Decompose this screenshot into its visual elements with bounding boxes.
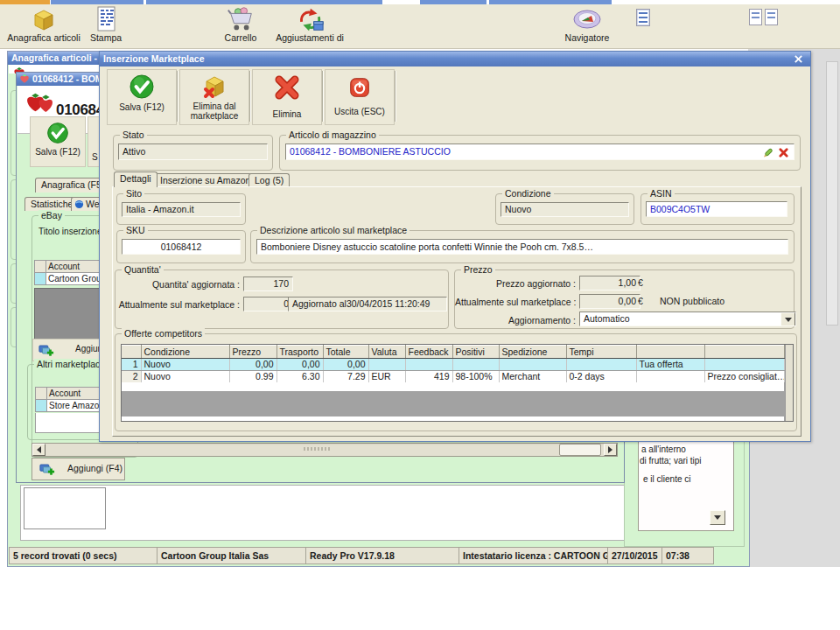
aggiungi-f4-label: Aggiungi (F4) xyxy=(67,463,122,473)
prezzo-marketplace-label: Attualmente sul marketplace : xyxy=(455,297,576,307)
cell-extra1[interactable]: Tua offerta xyxy=(636,359,704,371)
toolbar-item-navigatore[interactable]: Navigatore xyxy=(556,6,618,43)
offerte-row-2[interactable]: 2 Nuovo 0.99 6.30 7.29 EUR 419 98-100% M… xyxy=(122,371,784,383)
vertical-scrollbar-track[interactable] xyxy=(785,345,793,421)
aggiornamento-combo[interactable]: Automatico xyxy=(579,312,796,326)
horizontal-scrollbar[interactable] xyxy=(32,443,618,457)
cell-totale[interactable]: 0,00 xyxy=(323,359,368,371)
cell-valuta[interactable]: EUR xyxy=(368,371,405,383)
dialog-delete-marketplace-button[interactable]: Elimina dal marketplace xyxy=(179,69,249,125)
chevron-down-icon xyxy=(785,318,792,322)
close-button[interactable] xyxy=(791,53,805,65)
cell-condizione[interactable]: Nuovo xyxy=(141,359,229,371)
dialog-titlebar[interactable]: Inserzione Marketplace xyxy=(100,52,810,66)
check-icon xyxy=(46,121,70,145)
col-prezzo: Prezzo xyxy=(229,346,276,359)
cell-tempi[interactable]: 0-2 days xyxy=(566,371,636,383)
quantita-group: Quantita' Quantita' aggiornata : 170 Att… xyxy=(115,270,449,329)
stato-group: Stato Attivo xyxy=(113,135,273,171)
scroll-left-button[interactable] xyxy=(32,444,46,456)
quantita-aggiornata-field[interactable]: 170 xyxy=(243,276,293,291)
toolbar-item-stampa[interactable]: Stampa xyxy=(84,6,128,43)
descrizione-field[interactable]: Bomboniere Disney astuccio scatoline por… xyxy=(256,239,788,255)
cell-prezzo[interactable]: 0,00 xyxy=(229,359,276,371)
mini-grid-icon[interactable] xyxy=(636,9,650,26)
statusbar-date: 27/10/2015 xyxy=(607,547,668,564)
cell-spedizione[interactable]: Merchant xyxy=(499,371,566,383)
sku-field[interactable]: 01068412 xyxy=(122,239,241,255)
asin-field[interactable]: B009C4O5TW xyxy=(646,201,788,217)
toolbar-item-label: Stampa xyxy=(90,32,122,43)
toolbar-item-anagrafica-articoli[interactable]: Anagrafica articoli xyxy=(4,6,84,43)
cell-feedback[interactable] xyxy=(405,359,452,371)
cell-trasporto[interactable]: 0,00 xyxy=(276,359,323,371)
tab-dettagli[interactable]: Dettagli xyxy=(114,172,158,187)
edit-pencil-icon[interactable] xyxy=(762,146,774,158)
quantita-aggiornato-info: Aggiornato al30/04/2015 11:20:49 xyxy=(288,297,447,312)
tab-log[interactable]: Log (5) xyxy=(248,173,290,187)
offerte-table[interactable]: Condizione Prezzo Trasporto Totale Valut… xyxy=(122,345,785,383)
aggiungi-f4-button[interactable]: Aggiungi (F4) xyxy=(32,458,125,480)
row-marker xyxy=(35,273,46,285)
offerte-group: Offerte competitors Condizione Prezzo Tr… xyxy=(115,333,797,431)
currency-symbol: € xyxy=(638,277,643,288)
toolbar-separator xyxy=(322,71,324,122)
article-save-button[interactable]: Salva (F12) xyxy=(30,116,86,167)
tab-inserzione-amazon[interactable]: Inserzione su Amazon xyxy=(154,173,256,187)
cell-feedback[interactable]: 419 xyxy=(405,371,452,383)
dialog-delete-button[interactable]: Elimina xyxy=(252,69,322,125)
dialog-title: Inserzione Marketplace xyxy=(103,53,205,64)
header-gutter xyxy=(122,346,141,359)
tab-inserzione-amazon-label: Inserzione su Amazon xyxy=(160,175,250,186)
cell-condizione[interactable]: Nuovo xyxy=(141,371,229,383)
image-placeholder-box[interactable] xyxy=(24,487,106,529)
article-next-label-partial: S xyxy=(92,152,98,162)
toolbar-item-aggiustamenti[interactable]: Aggiustamenti di xyxy=(273,6,346,43)
adjustments-icon xyxy=(295,6,325,32)
sito-field: Italia - Amazon.it xyxy=(122,202,241,217)
cell-spedizione[interactable] xyxy=(499,359,566,371)
combo-dropdown-button[interactable] xyxy=(780,312,795,326)
cell-tempi[interactable] xyxy=(566,359,636,371)
cell-positivi[interactable] xyxy=(452,359,499,371)
cell-extra1[interactable] xyxy=(636,371,704,383)
cell-extra2[interactable]: Prezzo consigliat… xyxy=(704,371,784,383)
tab-statistiche-label: Statistiche xyxy=(31,199,73,209)
col-spedizione: Spedizione xyxy=(499,346,566,359)
prezzo-aggiornato-field[interactable]: 1,00 xyxy=(579,276,640,290)
offerte-bottom-strip xyxy=(122,416,784,421)
scrollbar-thumb[interactable] xyxy=(559,444,601,456)
mini-page-icon[interactable] xyxy=(749,9,762,25)
offerte-header-row: Condizione Prezzo Trasporto Totale Valut… xyxy=(122,346,784,359)
cell-totale[interactable]: 7.29 xyxy=(323,371,368,383)
cell-extra2[interactable] xyxy=(704,359,784,371)
offerte-row-1[interactable]: 1 Nuovo 0,00 0,00 0,00 Tua offerta xyxy=(122,359,784,371)
scroll-down-button[interactable] xyxy=(710,510,725,525)
print-icon xyxy=(94,6,117,32)
statusbar: 5 record trovati (0 secs) Cartoon Group … xyxy=(8,547,749,565)
clear-icon[interactable] xyxy=(779,148,788,158)
offerte-table-container: Condizione Prezzo Trasporto Totale Valut… xyxy=(121,344,794,422)
dialog-exit-button[interactable]: Uscita (ESC) xyxy=(325,69,395,125)
sku-group: SKU 01068412 xyxy=(116,230,246,263)
dialog-save-button[interactable]: Salva (F12) xyxy=(107,69,177,125)
strawberry-icon xyxy=(19,74,30,84)
dialog-save-label: Salva (F12) xyxy=(108,102,176,112)
toolbar-item-label: Anagrafica articoli xyxy=(7,32,80,43)
cell-trasporto[interactable]: 6.30 xyxy=(276,371,323,383)
main-toolbar: Anagrafica articoli Stampa xyxy=(0,4,840,49)
row-num: 1 xyxy=(122,359,141,371)
cell-positivi[interactable]: 98-100% xyxy=(452,371,499,383)
toolbar-item-carrello[interactable]: Carrello xyxy=(215,6,266,43)
asin-label: ASIN xyxy=(648,188,675,200)
screen: Anagrafica articoli Stampa xyxy=(0,0,840,630)
stato-field: Attivo xyxy=(118,144,268,160)
cell-valuta[interactable] xyxy=(368,359,405,371)
col-totale: Totale xyxy=(323,346,368,359)
mini-page-icon[interactable] xyxy=(765,9,778,25)
cell-prezzo[interactable]: 0.99 xyxy=(229,371,276,383)
quantita-aggiornata-label: Quantita' aggiornata : xyxy=(116,279,240,290)
scroll-right-button[interactable] xyxy=(604,444,617,456)
articolo-field[interactable]: 01068412 - BOMBONIERE ASTUCCIO xyxy=(285,144,794,160)
check-icon xyxy=(128,73,156,101)
